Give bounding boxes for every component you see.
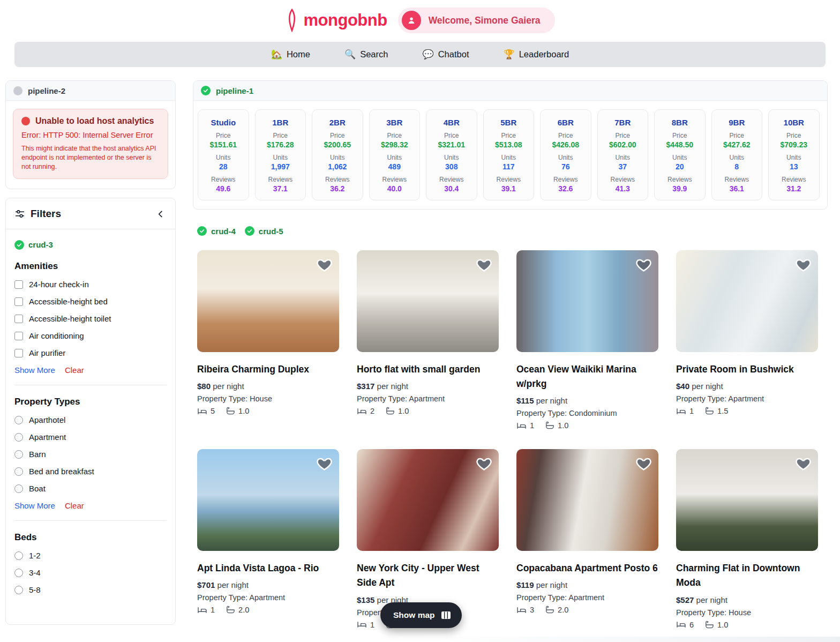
listing-title[interactable]: Apt Linda Vista Lagoa - Rio	[197, 561, 339, 576]
listing-photo[interactable]	[516, 449, 658, 551]
property-type-option[interactable]: Boat	[14, 480, 167, 497]
amenity-option[interactable]: Accessible-height bed	[14, 293, 167, 310]
checkbox[interactable]	[14, 332, 23, 340]
amenities-clear-link[interactable]: Clear	[65, 365, 84, 375]
units-label: Units	[543, 154, 589, 161]
favorite-heart-icon[interactable]	[635, 257, 652, 272]
amenities-heading: Amenities	[14, 261, 167, 272]
listing-title[interactable]: Ribeira Charming Duplex	[197, 362, 339, 377]
amenities-show-more-link[interactable]: Show More	[14, 365, 55, 375]
radio[interactable]	[14, 569, 23, 577]
favorite-heart-icon[interactable]	[635, 456, 652, 471]
property-type-option[interactable]: Apartment	[14, 429, 167, 446]
favorite-heart-icon[interactable]	[476, 456, 492, 471]
listing-photo[interactable]	[197, 250, 339, 352]
property-type-option[interactable]: Barn	[14, 446, 167, 463]
amenities-options: 24-hour check-in Accessible-height bed A…	[14, 276, 167, 362]
units-label: Units	[657, 154, 703, 161]
listing-title[interactable]: Copacabana Apartment Posto 6	[516, 561, 658, 576]
listing-card[interactable]: Horto flat with small garden $317 per ni…	[357, 250, 499, 430]
property-type-option[interactable]: Bed and breakfast	[14, 463, 167, 480]
listing-card[interactable]: Charming Flat in Downtown Moda $527 per …	[676, 449, 818, 629]
radio[interactable]	[14, 551, 23, 560]
amenity-option[interactable]: 24-hour check-in	[14, 276, 167, 293]
beds-count: 3	[530, 606, 534, 614]
listing-photo[interactable]	[357, 449, 499, 551]
listing-meta: 2 1.0	[357, 407, 499, 415]
radio[interactable]	[14, 484, 23, 493]
checkbox[interactable]	[14, 349, 23, 357]
amenity-option[interactable]: Air conditioning	[14, 327, 167, 345]
bath-icon	[545, 606, 554, 614]
price-label: Price	[543, 132, 589, 139]
main-nav: 🏡 Home 🔍 Search 💬 Chatbot 🏆 Leaderboard	[14, 42, 826, 67]
nav-item[interactable]: 🏆 Leaderboard	[503, 49, 569, 60]
status-dot-gray-icon	[13, 86, 22, 95]
radio[interactable]	[14, 586, 23, 594]
price-value: $602.00	[600, 140, 646, 149]
listing-photo[interactable]	[516, 250, 658, 352]
listing-title[interactable]: New York City - Upper West Side Apt	[357, 561, 499, 590]
price-value: $426.08	[543, 140, 589, 149]
favorite-heart-icon[interactable]	[316, 257, 333, 272]
property-types-show-more-link[interactable]: Show More	[14, 501, 55, 510]
bed-icon	[357, 621, 367, 629]
favorite-heart-icon[interactable]	[795, 257, 812, 272]
bedroom-stat-card: 1BR Price $176.28 Units 1,997 Reviews 37…	[255, 109, 306, 200]
amenity-option[interactable]: Accessible-height toilet	[14, 310, 167, 327]
collapse-sidebar-button[interactable]	[154, 208, 167, 220]
units-label: Units	[429, 154, 475, 161]
checkbox[interactable]	[14, 315, 23, 323]
listing-card[interactable]: Ribeira Charming Duplex $80 per night Pr…	[197, 250, 339, 430]
reviews-value: 37.1	[258, 184, 304, 193]
nav-item[interactable]: 🔍 Search	[344, 49, 388, 60]
bedroom-stat-card: 10BR Price $709.23 Units 13 Reviews 31.2	[768, 109, 820, 200]
listing-card[interactable]: Private Room in Bushwick $40 per night P…	[676, 250, 818, 430]
beds-option[interactable]: 5-8	[14, 581, 167, 599]
property-types-clear-link[interactable]: Clear	[65, 501, 84, 510]
bedroom-type-label: Studio	[200, 118, 246, 127]
listing-photo[interactable]	[676, 250, 818, 352]
listing-photo[interactable]	[197, 449, 339, 551]
nav-item[interactable]: 💬 Chatbot	[422, 49, 469, 60]
radio[interactable]	[14, 416, 23, 424]
radio[interactable]	[14, 433, 23, 442]
units-label: Units	[314, 154, 361, 161]
beds-option[interactable]: 1-2	[14, 547, 167, 564]
listing-title[interactable]: Private Room in Bushwick	[676, 362, 818, 377]
listing-meta: 1 1.0	[516, 421, 658, 430]
price-value: $151.61	[200, 140, 246, 149]
amenity-option[interactable]: Air purifier	[14, 345, 167, 362]
favorite-heart-icon[interactable]	[316, 456, 333, 471]
listing-title[interactable]: Ocean View Waikiki Marina w/prkg	[516, 362, 658, 391]
radio[interactable]	[14, 450, 23, 459]
price-label: Price	[314, 132, 361, 139]
listing-photo[interactable]	[357, 250, 499, 352]
check-circle-icon	[201, 86, 211, 95]
reviews-label: Reviews	[200, 176, 246, 183]
listing-title[interactable]: Charming Flat in Downtown Moda	[676, 561, 818, 590]
listing-card[interactable]: Apt Linda Vista Lagoa - Rio $701 per nig…	[197, 449, 339, 629]
units-value: 8	[714, 162, 760, 171]
favorite-heart-icon[interactable]	[795, 456, 812, 471]
checkbox[interactable]	[14, 280, 23, 289]
listing-card[interactable]: Copacabana Apartment Posto 6 $119 per ni…	[516, 449, 658, 629]
listing-title[interactable]: Horto flat with small garden	[357, 362, 499, 377]
reviews-value: 49.6	[200, 184, 246, 193]
bedroom-stat-card: 3BR Price $298.32 Units 489 Reviews 40.0	[369, 109, 421, 200]
nav-item[interactable]: 🏡 Home	[271, 49, 310, 60]
per-night-label: per night	[536, 396, 567, 405]
checkbox[interactable]	[14, 297, 23, 306]
listing-card[interactable]: Ocean View Waikiki Marina w/prkg $115 pe…	[516, 250, 658, 430]
crud-badge: crud-5	[245, 226, 283, 236]
property-type-option[interactable]: Aparthotel	[14, 412, 167, 429]
radio[interactable]	[14, 467, 23, 476]
beds-option[interactable]: 3-4	[14, 564, 167, 581]
filters-title: Filters	[31, 208, 149, 220]
units-label: Units	[486, 154, 532, 161]
favorite-heart-icon[interactable]	[476, 257, 492, 272]
listing-photo[interactable]	[676, 449, 818, 551]
units-label: Units	[714, 154, 760, 161]
per-night-label: per night	[218, 580, 249, 589]
show-map-button[interactable]: Show map	[380, 602, 462, 628]
